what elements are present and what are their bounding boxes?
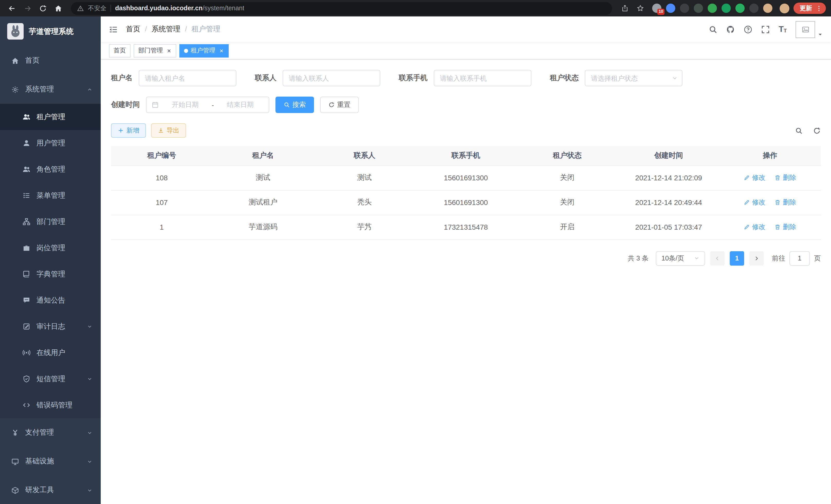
cell-created-at: 2021-01-05 17:03:47 bbox=[618, 215, 719, 239]
extension-icon[interactable] bbox=[708, 4, 717, 13]
sidebar-item[interactable]: 支付管理 bbox=[0, 418, 101, 447]
goto-page-input[interactable] bbox=[790, 251, 810, 265]
contact-name-input[interactable] bbox=[283, 70, 380, 86]
extension-icon[interactable] bbox=[749, 4, 758, 13]
sidebar-item[interactable]: 角色管理 bbox=[0, 156, 101, 182]
sidebar-item[interactable]: 用户管理 bbox=[0, 130, 101, 156]
contact-mobile-input[interactable] bbox=[434, 70, 532, 86]
sidebar-item[interactable]: 错误码管理 bbox=[0, 392, 101, 418]
cell-mobile: 15601691300 bbox=[415, 190, 517, 215]
cell-actions: 修改 删除 bbox=[719, 215, 821, 239]
page-size-select[interactable]: 10条/页 bbox=[656, 251, 705, 265]
menu-item-icon bbox=[11, 57, 19, 64]
cell-created-at: 2021-12-14 20:49:44 bbox=[618, 190, 719, 215]
page-url: dashboard.yudao.iocoder.cn/system/tenant bbox=[115, 5, 245, 12]
edit-link[interactable]: 修改 bbox=[744, 223, 766, 232]
update-label: 更新 bbox=[800, 4, 812, 12]
menu-item-icon bbox=[11, 486, 19, 494]
browser-home-button[interactable] bbox=[51, 2, 65, 15]
address-bar[interactable]: 不安全 dashboard.yudao.iocoder.cn/system/te… bbox=[71, 2, 612, 14]
table-header-row: 租户编号租户名联系人联系手机租户状态创建时间操作 bbox=[111, 146, 821, 166]
share-button[interactable] bbox=[618, 2, 632, 15]
sidebar-toggle-button[interactable] bbox=[109, 25, 118, 34]
logo-image bbox=[7, 23, 24, 39]
column-header: 操作 bbox=[719, 146, 821, 166]
user-avatar[interactable] bbox=[796, 21, 823, 38]
cell-status: 关闭 bbox=[516, 166, 618, 190]
export-button[interactable]: 导出 bbox=[151, 123, 186, 138]
cell-tenant-name: 芋道源码 bbox=[212, 215, 314, 239]
github-button[interactable] bbox=[726, 25, 735, 34]
browser-menu-icon[interactable] bbox=[815, 5, 822, 11]
breadcrumb-item[interactable]: 首页 bbox=[126, 25, 152, 34]
start-date-placeholder: 开始日期 bbox=[162, 100, 209, 110]
tab-close-icon[interactable] bbox=[219, 48, 224, 53]
sidebar-item[interactable]: 审计日志 bbox=[0, 314, 101, 339]
sidebar-item[interactable]: 系统管理 bbox=[0, 75, 101, 104]
browser-update-button[interactable]: 更新 bbox=[794, 3, 826, 14]
create-time-range-picker[interactable]: 开始日期 - 结束日期 bbox=[146, 97, 269, 113]
edit-link[interactable]: 修改 bbox=[744, 173, 766, 182]
cell-tenant-id: 108 bbox=[111, 166, 212, 190]
chevron-icon bbox=[87, 458, 92, 464]
tenant-name-input[interactable] bbox=[139, 70, 236, 86]
breadcrumb-item[interactable]: 租户管理 bbox=[192, 25, 221, 34]
toggle-search-button[interactable] bbox=[795, 127, 803, 135]
app-logo: 芋道管理系统 bbox=[0, 17, 101, 46]
avatar-caret-icon[interactable] bbox=[818, 32, 823, 37]
browser-profile-avatar[interactable] bbox=[780, 3, 790, 13]
tab[interactable]: 首页 bbox=[109, 44, 131, 57]
delete-link[interactable]: 删除 bbox=[775, 198, 796, 207]
extension-icon[interactable] bbox=[763, 4, 772, 13]
filter-form-row-1: 租户名 联系人 联系手机 租户状态 bbox=[111, 70, 821, 86]
extension-icon[interactable] bbox=[680, 4, 689, 13]
sidebar-item[interactable]: 通知公告 bbox=[0, 287, 101, 314]
prev-page-button[interactable] bbox=[710, 251, 725, 265]
tab-close-icon[interactable] bbox=[167, 48, 172, 53]
reset-icon bbox=[328, 102, 335, 108]
add-button[interactable]: 新增 bbox=[111, 123, 146, 138]
bookmark-star-button[interactable] bbox=[634, 2, 647, 15]
sidebar-item[interactable]: 研发工具 bbox=[0, 476, 101, 504]
reset-button[interactable]: 重置 bbox=[320, 97, 359, 113]
extension-icon[interactable] bbox=[666, 4, 675, 13]
breadcrumb-item[interactable]: 系统管理 bbox=[152, 25, 192, 34]
extension-icon[interactable] bbox=[721, 4, 731, 13]
sidebar-item[interactable]: 字典管理 bbox=[0, 261, 101, 287]
sidebar-item[interactable]: 基础设施 bbox=[0, 447, 101, 476]
font-size-button[interactable]: TT bbox=[779, 25, 787, 33]
current-page-button[interactable]: 1 bbox=[730, 251, 744, 265]
browser-reload-button[interactable] bbox=[36, 2, 49, 15]
header-search-button[interactable] bbox=[709, 25, 717, 34]
tab[interactable]: 部门管理 bbox=[134, 44, 176, 57]
tenant-status-select-input[interactable] bbox=[585, 70, 683, 86]
extension-icon[interactable] bbox=[694, 4, 703, 13]
next-page-button[interactable] bbox=[749, 251, 764, 265]
download-icon bbox=[158, 127, 164, 134]
menu-item-icon bbox=[23, 244, 30, 252]
browser-forward-button[interactable] bbox=[21, 2, 34, 15]
sidebar-item[interactable]: 短信管理 bbox=[0, 366, 101, 392]
extension-icon[interactable]: 10 bbox=[652, 4, 661, 13]
extension-icon[interactable] bbox=[736, 4, 745, 13]
sidebar-item[interactable]: 菜单管理 bbox=[0, 182, 101, 209]
sidebar-item[interactable]: 部门管理 bbox=[0, 209, 101, 235]
help-button[interactable] bbox=[744, 25, 752, 34]
sidebar-item[interactable]: 在线用户 bbox=[0, 339, 101, 366]
sidebar-item[interactable]: 租户管理 bbox=[0, 104, 101, 130]
delete-link[interactable]: 删除 bbox=[775, 173, 796, 182]
menu-item-icon bbox=[23, 375, 30, 383]
tenant-status-select[interactable] bbox=[585, 70, 683, 86]
cell-status: 关闭 bbox=[516, 190, 618, 215]
tab[interactable]: 租户管理 bbox=[179, 44, 229, 57]
refresh-table-button[interactable] bbox=[813, 127, 821, 135]
delete-link[interactable]: 删除 bbox=[775, 223, 796, 232]
menu-item-icon bbox=[23, 218, 30, 226]
edit-link[interactable]: 修改 bbox=[744, 198, 766, 207]
sidebar-item[interactable]: 岗位管理 bbox=[0, 235, 101, 261]
browser-back-button[interactable] bbox=[5, 2, 19, 15]
fullscreen-button[interactable] bbox=[761, 25, 770, 34]
search-button[interactable]: 搜索 bbox=[276, 97, 314, 113]
filter-form-row-2: 创建时间 开始日期 - 结束日期 搜索 重置 bbox=[111, 97, 821, 113]
sidebar-item[interactable]: 首页 bbox=[0, 46, 101, 75]
